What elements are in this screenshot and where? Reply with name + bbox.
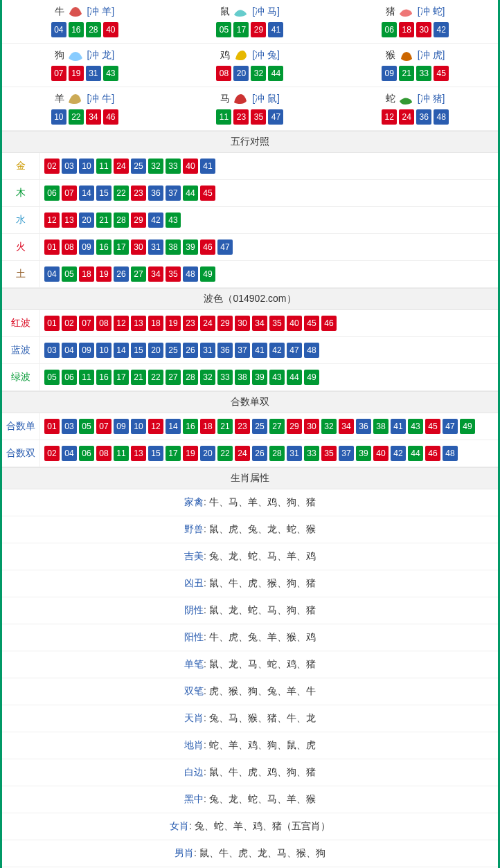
attr-val: : 兔、龙、蛇、马、羊、鸡 bbox=[204, 550, 316, 561]
attr-row: 女肖: 兔、蛇、羊、鸡、猪（五宫肖） bbox=[2, 813, 498, 840]
num-ball: 23 bbox=[233, 109, 249, 125]
num-ball: 07 bbox=[96, 419, 111, 434]
attr-key: 阳性 bbox=[184, 631, 204, 642]
zodiac-clash: [冲 羊] bbox=[87, 6, 114, 18]
zodiac-nums: 06183042 bbox=[332, 22, 498, 37]
row-label: 合数单 bbox=[2, 413, 40, 440]
num-ball: 09 bbox=[382, 66, 397, 81]
num-ball: 36 bbox=[148, 186, 163, 201]
zodiac-icon bbox=[66, 91, 85, 107]
num-ball: 45 bbox=[425, 419, 440, 434]
attrs-list: 家禽: 牛、马、羊、鸡、狗、猪 野兽: 鼠、虎、兔、龙、蛇、猴 吉美: 兔、龙、… bbox=[2, 489, 498, 868]
attr-val: : 鼠、牛、虎、龙、马、猴、狗 bbox=[194, 847, 325, 858]
num-ball: 38 bbox=[373, 419, 389, 434]
attr-key: 阴性 bbox=[184, 604, 204, 615]
num-ball: 24 bbox=[114, 159, 129, 174]
zodiac-name: 猴 bbox=[386, 49, 395, 62]
num-ball: 26 bbox=[114, 266, 129, 282]
num-ball: 46 bbox=[425, 446, 440, 461]
num-ball: 49 bbox=[200, 266, 215, 282]
num-ball: 32 bbox=[251, 66, 266, 81]
num-ball: 12 bbox=[148, 419, 163, 434]
attr-key: 家禽 bbox=[184, 496, 204, 507]
num-ball: 10 bbox=[131, 419, 146, 434]
num-ball: 15 bbox=[148, 446, 163, 461]
num-ball: 47 bbox=[443, 419, 458, 434]
num-ball: 30 bbox=[416, 22, 431, 37]
zodiac-cell: 牛 [冲 羊] 04162840 bbox=[2, 0, 168, 44]
zodiac-icon bbox=[397, 48, 416, 63]
num-ball: 11 bbox=[114, 446, 129, 461]
attr-key: 黑中 bbox=[184, 793, 204, 804]
attr-row: 家禽: 牛、马、羊、鸡、狗、猪 bbox=[2, 489, 498, 516]
num-ball: 12 bbox=[44, 213, 60, 228]
row-nums: 1213202128294243 bbox=[40, 207, 498, 234]
num-ball: 42 bbox=[434, 22, 449, 37]
num-ball: 25 bbox=[131, 159, 146, 174]
attr-val: : 兔、马、猴、猪、牛、龙 bbox=[204, 712, 316, 723]
zodiac-nums: 09213345 bbox=[332, 66, 498, 81]
num-ball: 21 bbox=[399, 66, 414, 81]
zodiac-clash: [冲 虎] bbox=[418, 49, 445, 62]
num-ball: 34 bbox=[339, 419, 354, 434]
num-ball: 25 bbox=[166, 343, 181, 358]
row-label: 绿波 bbox=[2, 364, 40, 391]
num-ball: 03 bbox=[62, 159, 77, 174]
row-label: 火 bbox=[2, 234, 40, 261]
zodiac-nums: 12243648 bbox=[332, 109, 498, 125]
zodiac-cell: 狗 [冲 龙] 07193143 bbox=[2, 44, 168, 87]
num-ball: 43 bbox=[408, 419, 423, 434]
num-ball: 12 bbox=[382, 109, 397, 125]
num-ball: 22 bbox=[217, 446, 233, 461]
zodiac-icon bbox=[66, 48, 85, 63]
num-ball: 43 bbox=[269, 370, 285, 385]
num-ball: 18 bbox=[399, 22, 414, 37]
num-ball: 32 bbox=[148, 159, 163, 174]
num-ball: 35 bbox=[166, 266, 181, 282]
num-ball: 12 bbox=[114, 316, 129, 331]
num-ball: 23 bbox=[131, 186, 146, 201]
num-ball: 44 bbox=[268, 66, 283, 81]
num-ball: 30 bbox=[235, 316, 250, 331]
attr-key: 男肖 bbox=[175, 847, 194, 858]
num-ball: 16 bbox=[69, 22, 84, 37]
num-ball: 14 bbox=[79, 186, 94, 201]
attr-row: 白边: 鼠、牛、虎、鸡、狗、猪 bbox=[2, 759, 498, 786]
attr-val: : 兔、龙、蛇、马、羊、猴 bbox=[204, 793, 316, 804]
attr-val: : 蛇、羊、鸡、狗、鼠、虎 bbox=[204, 739, 316, 750]
zodiac-clash: [冲 猪] bbox=[418, 93, 445, 105]
row-label: 蓝波 bbox=[2, 337, 40, 364]
zodiac-cell: 马 [冲 鼠] 11233547 bbox=[168, 87, 333, 131]
num-ball: 23 bbox=[235, 419, 250, 434]
num-ball: 17 bbox=[114, 239, 129, 255]
header-bose: 波色（014902.com） bbox=[2, 288, 498, 310]
zodiac-cell: 羊 [冲 牛] 10223446 bbox=[2, 87, 168, 131]
num-ball: 03 bbox=[44, 343, 60, 358]
num-ball: 11 bbox=[79, 370, 94, 385]
num-ball: 40 bbox=[373, 446, 389, 461]
attr-row: 吉美: 兔、龙、蛇、马、羊、鸡 bbox=[2, 543, 498, 570]
row-nums: 06071415222336374445 bbox=[40, 180, 498, 207]
num-ball: 01 bbox=[44, 239, 60, 255]
num-ball: 29 bbox=[131, 213, 146, 228]
num-ball: 33 bbox=[217, 370, 233, 385]
attr-key: 天肖 bbox=[184, 712, 204, 723]
attr-key: 野兽 bbox=[184, 523, 204, 534]
row-nums: 0204060811131517192022242628313335373940… bbox=[40, 440, 498, 467]
num-ball: 38 bbox=[235, 370, 250, 385]
num-ball: 37 bbox=[166, 186, 181, 201]
num-ball: 13 bbox=[131, 316, 146, 331]
num-ball: 18 bbox=[148, 316, 163, 331]
zodiac-icon bbox=[397, 91, 416, 107]
zodiac-icon bbox=[231, 91, 251, 107]
num-ball: 06 bbox=[44, 186, 60, 201]
num-ball: 05 bbox=[79, 419, 94, 434]
num-ball: 39 bbox=[356, 446, 371, 461]
header-heshu: 合数单双 bbox=[2, 391, 498, 413]
num-ball: 10 bbox=[51, 109, 66, 125]
num-ball: 42 bbox=[269, 343, 285, 358]
attr-val: : 兔、蛇、羊、鸡、猪（五宫肖） bbox=[189, 820, 330, 831]
row-nums: 02031011242532334041 bbox=[40, 153, 498, 180]
num-ball: 30 bbox=[131, 239, 146, 255]
num-ball: 42 bbox=[148, 213, 163, 228]
